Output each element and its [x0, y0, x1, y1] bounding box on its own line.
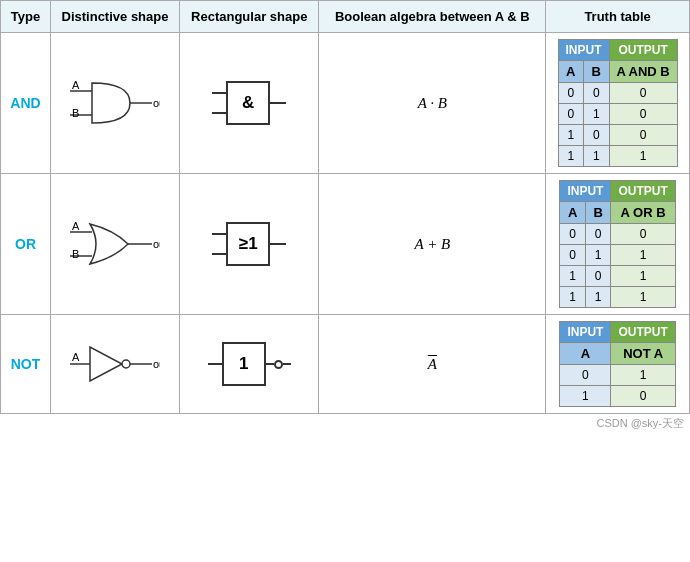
- type-label: NOT: [1, 315, 51, 414]
- svg-text:out: out: [153, 238, 160, 250]
- col-header-type: Type: [1, 1, 51, 33]
- input-header: INPUT: [560, 322, 611, 343]
- table-cell: 1: [558, 125, 584, 146]
- input-header: INPUT: [558, 40, 609, 61]
- table-cell: 0: [560, 365, 611, 386]
- distinctive-shape-cell: A B out: [51, 33, 180, 174]
- table-cell: 0: [609, 125, 677, 146]
- col-a-header: A: [560, 202, 586, 224]
- gate-diagram: A B out: [55, 73, 175, 133]
- col-out-header: NOT A: [611, 343, 675, 365]
- table-cell: 1: [584, 104, 610, 125]
- col-b-header: B: [584, 61, 610, 83]
- bool-expr: A + B: [414, 236, 450, 252]
- type-label: AND: [1, 33, 51, 174]
- rectangular-shape-cell: ≥1: [180, 174, 319, 315]
- table-cell: 0: [558, 83, 584, 104]
- svg-text:A: A: [72, 79, 80, 91]
- gate-diagram: A B out: [55, 214, 175, 274]
- boolean-expr-cell: A · B: [319, 33, 546, 174]
- input-header: INPUT: [560, 181, 611, 202]
- table-cell: 0: [585, 266, 611, 287]
- rectangular-shape-cell: 1: [180, 315, 319, 414]
- svg-text:B: B: [72, 248, 79, 260]
- svg-marker-14: [90, 347, 122, 381]
- table-cell: 1: [560, 266, 586, 287]
- table-cell: 0: [611, 224, 675, 245]
- table-cell: 0: [609, 83, 677, 104]
- table-cell: 1: [611, 365, 675, 386]
- svg-text:B: B: [72, 107, 79, 119]
- distinctive-shape-cell: A out: [51, 315, 180, 414]
- table-cell: 1: [558, 146, 584, 167]
- table-cell: 0: [584, 83, 610, 104]
- table-cell: 0: [609, 104, 677, 125]
- col-out-header: A AND B: [609, 61, 677, 83]
- bool-expr: A · B: [418, 95, 447, 111]
- table-cell: 1: [611, 245, 675, 266]
- table-cell: 1: [560, 386, 611, 407]
- svg-text:out: out: [153, 97, 160, 109]
- table-cell: 1: [585, 287, 611, 308]
- svg-text:A: A: [72, 351, 80, 363]
- output-header: OUTPUT: [611, 322, 675, 343]
- table-cell: 0: [560, 224, 586, 245]
- svg-text:out: out: [153, 358, 160, 370]
- gate-diagram: A out: [55, 337, 175, 392]
- truth-table-cell: INPUT OUTPUT A B A AND B 0 0 0 0 1 0 1 0…: [546, 33, 690, 174]
- col-header-rectangular: Rectangular shape: [180, 1, 319, 33]
- rectangular-shape-cell: &: [180, 33, 319, 174]
- type-label: OR: [1, 174, 51, 315]
- table-cell: 0: [558, 104, 584, 125]
- col-header-distinctive: Distinctive shape: [51, 1, 180, 33]
- table-cell: 1: [609, 146, 677, 167]
- output-header: OUTPUT: [611, 181, 675, 202]
- col-header-truth: Truth table: [546, 1, 690, 33]
- table-cell: 1: [584, 146, 610, 167]
- bool-expr: A: [428, 356, 437, 372]
- col-out-header: A OR B: [611, 202, 675, 224]
- table-cell: 0: [611, 386, 675, 407]
- distinctive-shape-cell: A B out: [51, 174, 180, 315]
- col-a-header: A: [560, 343, 611, 365]
- table-cell: 1: [560, 287, 586, 308]
- col-b-header: B: [585, 202, 611, 224]
- table-cell: 0: [584, 125, 610, 146]
- table-cell: 1: [585, 245, 611, 266]
- svg-text:A: A: [72, 220, 80, 232]
- watermark: CSDN @sky-天空: [0, 414, 690, 433]
- table-cell: 0: [585, 224, 611, 245]
- col-a-header: A: [558, 61, 584, 83]
- table-cell: 1: [611, 287, 675, 308]
- output-header: OUTPUT: [609, 40, 677, 61]
- col-header-boolean: Boolean algebra between A & B: [319, 1, 546, 33]
- svg-point-15: [122, 360, 130, 368]
- truth-table-cell: INPUT OUTPUT A B A OR B 0 0 0 0 1 1 1 0 …: [546, 174, 690, 315]
- truth-table-cell: INPUT OUTPUT A NOT A 0 1 1 0: [546, 315, 690, 414]
- table-cell: 0: [560, 245, 586, 266]
- table-cell: 1: [611, 266, 675, 287]
- boolean-expr-cell: A + B: [319, 174, 546, 315]
- boolean-expr-cell: A: [319, 315, 546, 414]
